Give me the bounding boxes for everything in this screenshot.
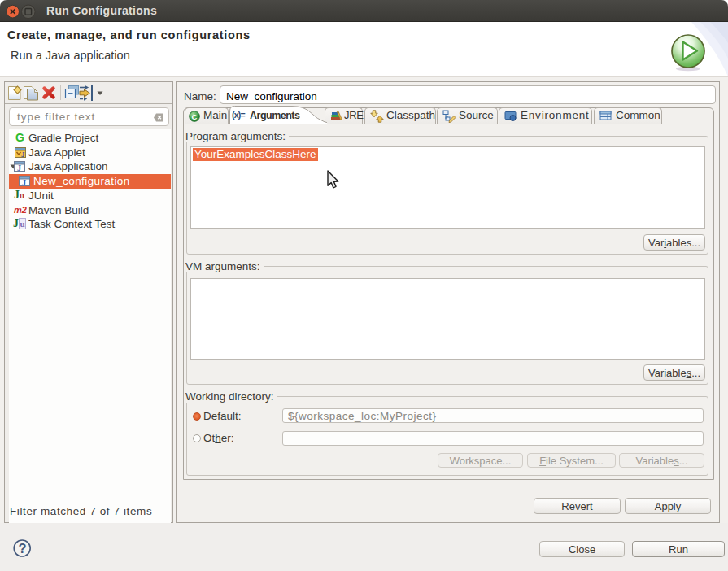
svg-text:(x)=: (x)= xyxy=(232,110,245,120)
svg-text:?: ? xyxy=(19,541,27,556)
svg-text:Arguments: Arguments xyxy=(250,110,300,121)
svg-text:J: J xyxy=(17,163,21,172)
svg-text:C: C xyxy=(192,112,198,121)
svg-text:J: J xyxy=(22,178,26,187)
svg-text:J: J xyxy=(21,150,25,158)
